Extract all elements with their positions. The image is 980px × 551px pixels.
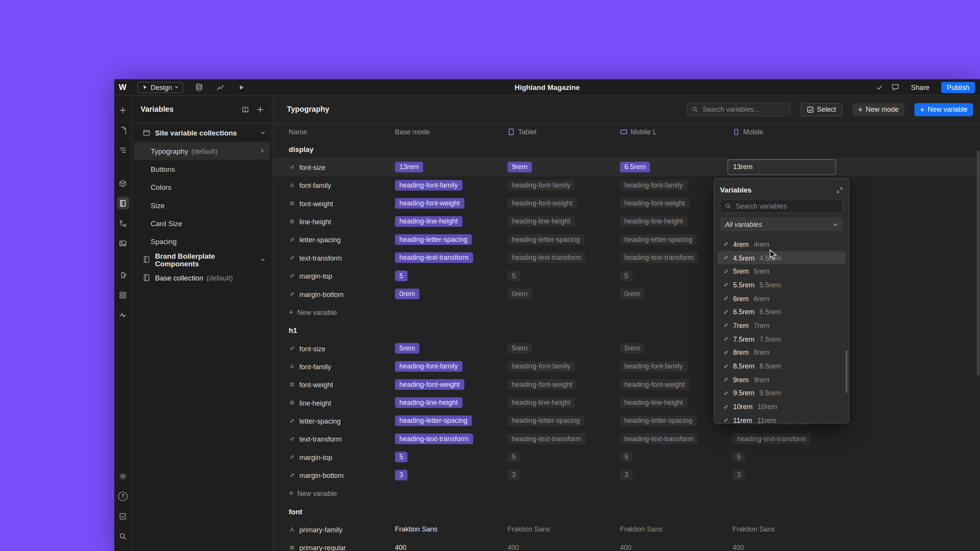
new-mode-button[interactable]: + New mode [852,103,904,116]
value-ghost[interactable]: 0rem [620,289,645,299]
new-variable-button[interactable]: + New variable [914,103,973,116]
value-ghost[interactable]: 5 [620,452,633,462]
variable-option-11rem[interactable]: 11rem11rem [717,414,846,423]
webflow-logo-icon[interactable]: W [119,83,129,92]
variable-row-font-family[interactable]: font-familyheading-font-familyheading-fo… [273,176,980,194]
value-ghost[interactable]: 5rem [508,343,532,354]
collection-item-spacing[interactable]: Spacing [134,232,270,250]
search-variables-box[interactable] [687,103,791,116]
value-ghost[interactable]: heading-letter-spacing [620,234,697,245]
value-ghost[interactable]: heading-line-height [508,216,575,227]
search-variables-input[interactable] [701,105,786,114]
variable-row-font-size[interactable]: font-size5rem5rem5rem5rem [273,339,980,357]
value-ghost[interactable]: heading-font-family [620,361,688,372]
value-ghost[interactable]: heading-line-height [508,397,575,408]
variable-row-letter-spacing[interactable]: letter-spacingheading-letter-spacinghead… [273,230,980,248]
value-muted[interactable]: Fraktion Sans [508,524,550,535]
value-pill[interactable]: 13rem [395,162,423,173]
value-pill[interactable]: heading-font-family [395,361,462,372]
value-ghost[interactable]: heading-font-family [508,361,575,372]
value-pill[interactable]: 5rem [395,343,420,354]
variable-row-margin-bottom[interactable]: margin-bottom3333 [273,466,980,484]
value-pill[interactable]: heading-line-height [395,216,462,227]
value-pill[interactable]: 5 [395,271,408,281]
value-ghost[interactable]: 5 [508,271,520,281]
assets-icon[interactable] [116,237,129,249]
variable-option-8rem[interactable]: 8rem8rem [717,346,846,359]
variable-row-letter-spacing[interactable]: letter-spacingheading-letter-spacinghead… [273,412,980,430]
variable-option-5rem[interactable]: 5rem5rem [717,264,846,278]
share-button[interactable]: Share [907,83,933,91]
value-pill[interactable]: heading-text-transform [395,434,473,444]
variable-row-text-transform[interactable]: text-transformheading-text-transformhead… [273,249,980,267]
help-icon[interactable]: ? [116,490,129,502]
variable-option-5.5rem[interactable]: 5.5rem5.5rem [717,278,846,292]
collection-item-colors[interactable]: Colors [134,178,270,196]
expand-icon[interactable] [836,186,843,193]
variable-option-8.5rem[interactable]: 8.5rem8.5rem [717,359,846,373]
value-muted[interactable]: 400 [620,542,632,551]
variable-row-primary-family[interactable]: primary-familyFraktion SansFraktion Sans… [273,520,980,538]
variable-option-4.5rem[interactable]: 4.5rem4.5rem [717,251,846,264]
variable-option-4rem[interactable]: 4rem4rem [717,237,846,251]
value-ghost[interactable]: 3 [732,470,745,481]
variable-row-margin-top[interactable]: margin-top5555 [273,267,980,285]
value-pill[interactable]: 0rem [395,289,420,299]
variable-row-margin-top[interactable]: margin-top5555 [273,448,980,466]
value-ghost[interactable]: heading-letter-spacing [508,416,585,426]
value-ghost[interactable]: heading-font-weight [508,379,577,390]
publish-button[interactable]: Publish [941,82,975,93]
value-pill[interactable]: heading-font-weight [395,198,464,209]
variable-option-10rem[interactable]: 10rem10rem [717,400,846,413]
value-edit[interactable]: 13rem [727,159,836,175]
collection-item-size[interactable]: Size [134,196,270,214]
variable-row-font-size[interactable]: font-size13rem9rem6.5rem13rem [273,158,980,176]
new-variable-row[interactable]: +New variable [273,303,980,321]
value-ghost[interactable]: 5rem [620,343,645,354]
brand-boilerplate-components-header[interactable]: Brand Boilerplate Components [132,251,272,269]
components-icon[interactable] [116,177,129,189]
column-header-tablet[interactable]: Tablet [508,128,620,136]
navigator-icon[interactable] [116,144,129,156]
collection-item-buttons[interactable]: Buttons [134,160,270,178]
variable-option-7.5rem[interactable]: 7.5rem7.5rem [717,332,846,346]
value-text[interactable]: Fraktion Sans [395,524,438,535]
dropdown-scrollbar[interactable] [846,350,848,393]
column-header-mobile[interactable]: Mobile [732,128,845,136]
value-muted[interactable]: Fraktion Sans [732,524,775,535]
variable-option-9.5rem[interactable]: 9.5rem9.5rem [717,386,846,400]
column-header-mobile-l[interactable]: Mobile L [620,128,733,136]
value-ghost[interactable]: 3 [620,470,633,481]
value-ghost[interactable]: heading-font-weight [620,379,689,390]
site-variable-collections-header[interactable]: Site variable collections [132,124,272,142]
apps-icon[interactable] [116,289,129,301]
preview-icon[interactable] [238,83,245,91]
value-muted[interactable]: 400 [732,542,744,551]
value-pill[interactable]: heading-font-weight [395,379,464,390]
collection-item-typography[interactable]: Typography (default) [134,142,270,160]
library-book-icon[interactable] [241,105,249,113]
value-ghost[interactable]: heading-text-transform [620,253,698,263]
pages-icon[interactable] [116,124,129,136]
value-muted[interactable]: Fraktion Sans [620,524,663,535]
value-ghost[interactable]: heading-font-weight [620,198,689,209]
analytics-icon[interactable] [216,83,224,91]
vertical-scrollbar[interactable] [977,150,980,375]
new-variable-row[interactable]: +New variable [273,484,980,502]
value-pill[interactable]: 6.5rem [620,162,650,173]
value-ghost[interactable]: heading-letter-spacing [508,234,585,245]
value-text[interactable]: 400 [395,542,407,551]
variable-row-line-height[interactable]: line-heightheading-line-heightheading-li… [273,394,980,412]
value-ghost[interactable]: heading-text-transform [732,434,810,444]
value-ghost[interactable]: heading-font-family [508,180,575,191]
value-ghost[interactable]: heading-line-height [620,216,688,227]
value-ghost[interactable]: heading-text-transform [508,253,586,263]
value-pill[interactable]: heading-font-family [395,180,462,191]
variable-row-font-weight[interactable]: font-weightheading-font-weightheading-fo… [273,194,980,212]
dropdown-search-input[interactable] [734,202,838,210]
zoom-search-icon[interactable] [116,530,129,542]
audit-icon[interactable] [116,309,129,321]
variable-option-9rem[interactable]: 9rem9rem [717,373,846,386]
base-collection-item[interactable]: Base collection (default) [132,269,272,287]
value-pill[interactable]: 5 [395,452,408,462]
